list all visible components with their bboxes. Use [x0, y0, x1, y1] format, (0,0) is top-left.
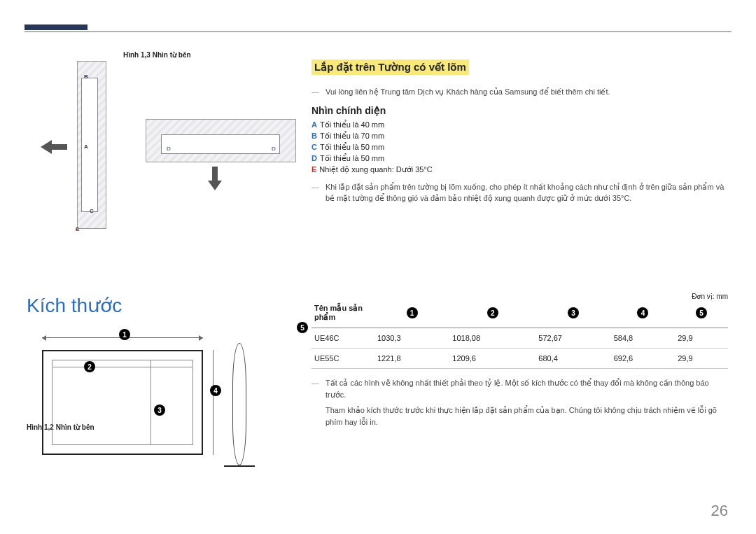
header-rule — [24, 31, 732, 32]
figure-side-dimensions — [224, 343, 262, 465]
arrow-left-icon — [41, 140, 52, 154]
dim-marker-5: 5 — [297, 322, 308, 333]
dimensions-table: Tên mẫu sản phẩm 1 2 3 4 5 UE46C 1030,3 … — [312, 298, 728, 369]
spec-e: ENhiệt độ xung quanh: Dưới 35°C — [312, 165, 728, 174]
spec-a: ATối thiểu là 40 mm — [312, 120, 728, 129]
header-accent-bar — [24, 24, 88, 30]
spec-b: BTối thiểu là 70 mm — [312, 132, 728, 141]
dimensions-table-wrap: Đơn vị: mm Tên mẫu sản phẩm 1 2 3 4 5 UE… — [312, 298, 728, 432]
table-note-1: ― Tất cả các hình vẽ không nhất thiết ph… — [312, 377, 728, 400]
wall-install-title: Lắp đặt trên Tường có vết lõm — [312, 59, 469, 75]
front-view-subheading: Nhìn chính diện — [312, 105, 728, 116]
arrow-down-icon — [212, 167, 218, 181]
unit-label: Đơn vị: mm — [692, 293, 728, 300]
table-note-2: Tham khảo kích thước trước khi thực hiện… — [326, 405, 728, 428]
contact-note: ― Vui lòng liên hệ Trung tâm Dịch vụ Khá… — [312, 86, 728, 98]
spec-c: CTối thiểu là 50 mm — [312, 143, 728, 152]
figure-front-dimensions: 1 2 3 4 5 — [42, 329, 224, 469]
dim-marker-4: 4 — [210, 385, 221, 396]
indent-note: ― Khi lắp đặt sản phẩm trên tường bị lõm… — [312, 181, 728, 204]
figure-top-view: D D — [146, 119, 296, 192]
dim-marker-1: 1 — [119, 329, 130, 340]
dim-marker-2: 2 — [84, 361, 95, 372]
table-row: UE46C 1030,3 1018,08 572,67 584,8 29,9 — [312, 328, 728, 349]
table-row: UE55C 1221,8 1209,6 680,4 692,6 29,9 — [312, 349, 728, 369]
dim-marker-3: 3 — [154, 405, 165, 416]
right-column: Lắp đặt trên Tường có vết lõm ― Vui lòng… — [312, 59, 728, 209]
page-number: 26 — [711, 502, 728, 520]
dimensions-heading: Kích thước — [27, 294, 122, 317]
spec-d: DTối thiểu là 50 mm — [312, 154, 728, 163]
col-model: Tên mẫu sản phẩm — [312, 298, 374, 328]
